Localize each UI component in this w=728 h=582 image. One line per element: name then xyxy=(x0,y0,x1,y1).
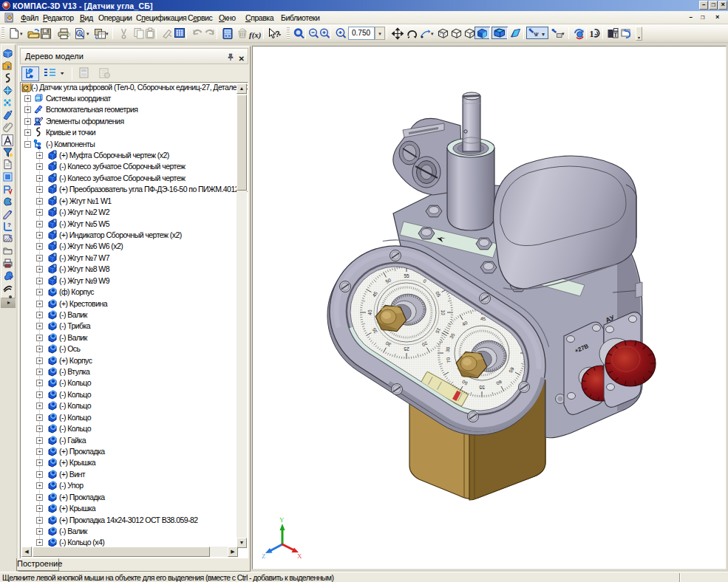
svg-text:T: T xyxy=(613,31,618,38)
svg-text:?: ? xyxy=(9,210,12,215)
svg-text:45: 45 xyxy=(480,316,486,321)
svg-text:1: 1 xyxy=(590,29,594,39)
svg-text:X: X xyxy=(297,552,302,560)
svg-text:40: 40 xyxy=(367,309,372,315)
svg-text:55: 55 xyxy=(479,385,485,390)
svg-text:▾: ▾ xyxy=(542,31,545,38)
svg-text:?: ? xyxy=(9,275,12,281)
svg-text:25: 25 xyxy=(404,346,409,352)
svg-text:?: ? xyxy=(7,222,11,228)
svg-text:A: A xyxy=(78,31,82,36)
svg-text:Z: Z xyxy=(262,552,266,560)
svg-text:10: 10 xyxy=(440,309,446,315)
svg-text:55: 55 xyxy=(404,273,409,278)
svg-text:Y: Y xyxy=(279,516,285,524)
svg-text:?: ? xyxy=(9,234,12,239)
svg-text:30: 30 xyxy=(445,346,451,352)
